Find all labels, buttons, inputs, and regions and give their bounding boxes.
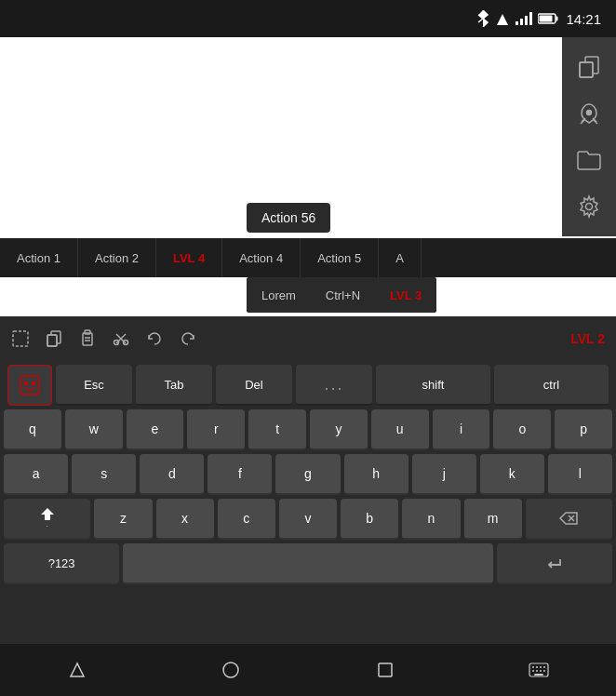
signal-icon (495, 12, 510, 25)
key-t[interactable]: t (248, 409, 306, 450)
keyboard-nav-btn[interactable] (513, 644, 565, 696)
recents-nav-btn[interactable] (359, 644, 411, 696)
svg-rect-20 (85, 330, 90, 334)
svg-rect-19 (83, 333, 92, 345)
shift-key[interactable]: shift (376, 365, 490, 406)
action-bar-lvl4[interactable]: LVL 4 (156, 238, 222, 277)
keyboard-special-row: Esc Tab Del ... shift ctrl (4, 365, 612, 406)
back-triangle-icon (68, 661, 87, 679)
esc-key[interactable]: Esc (56, 365, 132, 406)
keyboard-row-2: a s d f g h j k l (4, 454, 612, 495)
sidebar-settings[interactable] (566, 184, 612, 229)
ctrl-key[interactable]: ctrl (494, 365, 609, 406)
enter-key[interactable] (497, 543, 612, 584)
key-j[interactable]: j (412, 454, 476, 495)
key-f[interactable]: f (208, 454, 272, 495)
action56-popup: Action 56 (247, 203, 330, 233)
key-d[interactable]: d (140, 454, 204, 495)
more-keys-btn[interactable]: ... (296, 365, 372, 406)
copy-tool-icon[interactable] (45, 329, 63, 348)
backspace-key[interactable] (526, 499, 612, 540)
key-z[interactable]: z (94, 499, 152, 540)
key-y[interactable]: y (310, 409, 368, 450)
key-s[interactable]: s (72, 454, 136, 495)
key-o[interactable]: o (493, 409, 551, 450)
rocket-icon (577, 101, 601, 126)
lvl2-label[interactable]: LVL 2 (570, 331, 605, 346)
key-r[interactable]: r (187, 409, 245, 450)
svg-rect-3 (516, 21, 518, 25)
svg-line-1 (478, 19, 483, 22)
svg-rect-9 (540, 16, 553, 22)
select-tool-icon[interactable] (11, 329, 30, 348)
action-bar-action4[interactable]: Action 4 (222, 238, 301, 277)
svg-marker-2 (497, 14, 508, 25)
key-i[interactable]: i (433, 409, 490, 450)
submenu-ctrln[interactable]: Ctrl+N (311, 277, 375, 313)
shift-key-main[interactable]: · (4, 499, 90, 540)
key-h[interactable]: h (344, 454, 408, 495)
svg-rect-4 (520, 19, 523, 25)
sidebar-folder[interactable] (566, 138, 612, 182)
keyboard-icon (529, 663, 549, 677)
action56-label: Action 56 (261, 210, 315, 225)
key-l[interactable]: l (548, 454, 612, 495)
enter-icon (545, 555, 564, 570)
key-x[interactable]: x (156, 499, 214, 540)
key-w[interactable]: w (65, 409, 123, 450)
status-time: 14:21 (566, 11, 601, 27)
shift-arrow-icon (40, 507, 55, 520)
bottom-nav (0, 644, 616, 696)
main-content-area (0, 37, 616, 223)
tab-key[interactable]: Tab (136, 365, 212, 406)
svg-rect-15 (13, 331, 28, 346)
key-v[interactable]: v (279, 499, 337, 540)
svg-point-14 (586, 204, 593, 210)
home-nav-btn[interactable] (205, 644, 257, 696)
key-c[interactable]: c (218, 499, 275, 540)
svg-point-29 (33, 382, 35, 385)
key-e[interactable]: e (127, 409, 184, 450)
key-g[interactable]: g (275, 454, 340, 495)
action-bar-action1[interactable]: Action 1 (0, 238, 78, 277)
key-a[interactable]: a (4, 454, 68, 495)
redo-icon[interactable] (179, 329, 197, 348)
svg-rect-35 (379, 663, 392, 676)
svg-rect-5 (525, 16, 528, 25)
key-q[interactable]: q (4, 409, 61, 450)
key-m[interactable]: m (464, 499, 522, 540)
svg-rect-27 (20, 376, 39, 395)
key-k[interactable]: k (480, 454, 544, 495)
svg-rect-11 (580, 62, 593, 77)
action-bar-action5[interactable]: Action 5 (301, 238, 379, 277)
cut-tool-icon[interactable] (112, 329, 130, 348)
keyboard-toolbar: LVL 2 (0, 316, 616, 361)
keyboard-row-1: q w e r t y u i o p (4, 409, 612, 450)
spacebar-key[interactable] (123, 543, 493, 584)
sidebar-copy-paste[interactable] (566, 45, 612, 89)
key-b[interactable]: b (341, 499, 398, 540)
del-key[interactable]: Del (216, 365, 292, 406)
key-p[interactable]: p (555, 409, 612, 450)
recents-square-icon (377, 662, 394, 678)
svg-point-28 (25, 382, 28, 385)
status-bar: 14:21 (0, 0, 616, 37)
action-bar-more[interactable]: A (379, 238, 422, 277)
folder-icon (577, 150, 601, 170)
gear-icon (577, 194, 601, 219)
emoji-icon (19, 374, 41, 396)
right-sidebar (562, 37, 616, 236)
key-n[interactable]: n (402, 499, 460, 540)
key-u[interactable]: u (371, 409, 429, 450)
submenu-lvl3[interactable]: LVL 3 (375, 277, 436, 313)
paste-tool-icon[interactable] (78, 329, 97, 348)
emoji-key[interactable] (7, 365, 52, 406)
undo-icon[interactable] (145, 329, 164, 348)
action-bar-action2[interactable]: Action 2 (78, 238, 156, 277)
status-icons (476, 10, 558, 27)
backspace-icon (559, 511, 578, 526)
sidebar-rocket[interactable] (566, 91, 612, 136)
num-key[interactable]: ?123 (4, 543, 119, 584)
back-nav-btn[interactable] (51, 644, 103, 696)
submenu-lorem[interactable]: Lorem (247, 277, 311, 313)
